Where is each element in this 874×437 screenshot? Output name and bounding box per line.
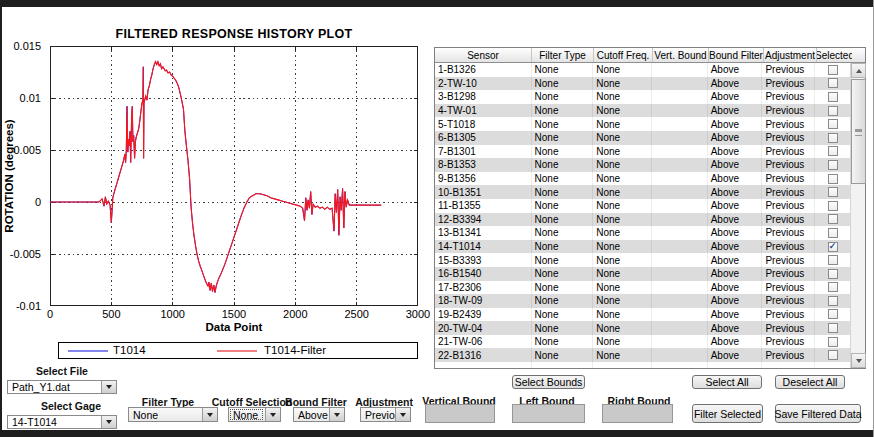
cell-sensor: 10-B1351 xyxy=(435,185,532,199)
cell-adjustment: Previous xyxy=(762,145,815,159)
column-header-vert-bound: Vert. Bound xyxy=(653,48,709,62)
filter-selected-button[interactable]: Filter Selected xyxy=(692,404,763,423)
selected-checkbox[interactable] xyxy=(828,228,838,238)
cell-adjustment: Previous xyxy=(762,172,815,186)
cell-adjustment: Previous xyxy=(762,226,815,240)
table-row: 12-B3394NoneNoneAbovePrevious xyxy=(435,213,850,227)
selected-checkbox[interactable] xyxy=(828,146,838,156)
selected-checkbox[interactable] xyxy=(828,323,838,333)
cell-adjustment: Previous xyxy=(762,213,815,227)
selected-checkbox[interactable] xyxy=(828,160,838,170)
cell-adjustment: Previous xyxy=(762,240,815,254)
selected-checkbox[interactable] xyxy=(828,242,838,252)
cell-sensor: 21-TW-06 xyxy=(435,335,532,349)
selected-checkbox[interactable] xyxy=(828,78,838,88)
select-file-label: Select File xyxy=(7,365,117,377)
selected-checkbox[interactable] xyxy=(828,350,838,360)
chevron-down-icon[interactable] xyxy=(101,381,116,393)
cell-vert-bound xyxy=(652,294,708,308)
cell-selected xyxy=(815,117,850,131)
select-bounds-button[interactable]: Select Bounds xyxy=(512,375,585,389)
cell-sensor: 11-B1355 xyxy=(435,199,532,213)
cell-empty xyxy=(652,362,708,368)
selected-checkbox[interactable] xyxy=(828,255,838,265)
select-gage-dropdown[interactable]: 14-T1014 xyxy=(7,415,117,429)
cutoff-selection-dropdown[interactable]: None xyxy=(228,407,281,422)
plot-xlabel: Data Point xyxy=(50,321,418,333)
table-row: 5-T1018NoneNoneAbovePrevious xyxy=(435,117,850,131)
cell-empty xyxy=(532,362,594,368)
cell-selected xyxy=(815,226,850,240)
selected-checkbox[interactable] xyxy=(828,187,838,197)
chevron-down-icon[interactable] xyxy=(395,408,410,421)
cell-sensor: 12-B3394 xyxy=(435,213,532,227)
selected-checkbox[interactable] xyxy=(828,269,838,279)
scrollbar-thumb[interactable] xyxy=(851,79,866,184)
cell-adjustment: Previous xyxy=(762,158,815,172)
selected-checkbox[interactable] xyxy=(828,119,838,129)
cell-filter-type: None xyxy=(532,131,594,145)
scroll-up-icon xyxy=(856,69,862,73)
cell-cutoff-freq: None xyxy=(593,90,652,104)
cell-sensor: 7-B1301 xyxy=(435,145,532,159)
select-all-button[interactable]: Select All xyxy=(692,375,762,389)
scroll-up-button[interactable] xyxy=(851,63,866,78)
save-filtered-data-button[interactable]: Save Filtered Data xyxy=(775,404,861,423)
selected-checkbox[interactable] xyxy=(828,214,838,224)
cell-vert-bound xyxy=(652,240,708,254)
chevron-down-icon[interactable] xyxy=(101,416,116,428)
selected-checkbox[interactable] xyxy=(828,106,838,116)
table-row: 20-TW-04NoneNoneAbovePrevious xyxy=(435,321,850,335)
chevron-down-icon[interactable] xyxy=(329,408,344,421)
cell-adjustment: Previous xyxy=(762,294,815,308)
column-header-filter-type: Filter Type xyxy=(532,48,594,62)
adjustment-dropdown[interactable]: Previous xyxy=(360,407,411,422)
table-row: 9-B1356NoneNoneAbovePrevious xyxy=(435,172,850,186)
selected-checkbox[interactable] xyxy=(828,296,838,306)
filter-type-dropdown[interactable]: None xyxy=(128,407,218,422)
window-frame-top xyxy=(0,0,874,7)
cell-empty xyxy=(708,362,763,368)
cell-empty xyxy=(435,362,532,368)
cell-selected xyxy=(815,104,850,118)
selected-checkbox[interactable] xyxy=(828,133,838,143)
chevron-down-icon[interactable] xyxy=(265,408,280,421)
vertical-bound-input[interactable] xyxy=(425,404,495,423)
bound-filter-dropdown[interactable]: Above xyxy=(293,407,345,422)
cell-filter-type: None xyxy=(532,104,594,118)
table-row: 2-TW-10NoneNoneAbovePrevious xyxy=(435,77,850,91)
cell-selected xyxy=(815,158,850,172)
selected-checkbox[interactable] xyxy=(828,92,838,102)
table-scrollbar[interactable] xyxy=(850,63,865,368)
cell-filter-type: None xyxy=(532,63,594,77)
cell-sensor: 4-TW-01 xyxy=(435,104,532,118)
cell-cutoff-freq: None xyxy=(593,158,652,172)
selected-checkbox[interactable] xyxy=(828,337,838,347)
cell-selected xyxy=(815,348,850,362)
table-row: 15-B3393NoneNoneAbovePrevious xyxy=(435,253,850,267)
chevron-down-icon[interactable] xyxy=(202,408,217,421)
scroll-down-button[interactable] xyxy=(851,353,866,368)
deselect-all-button[interactable]: Deselect All xyxy=(775,375,845,389)
selected-checkbox[interactable] xyxy=(828,201,838,211)
selected-checkbox[interactable] xyxy=(828,282,838,292)
cell-vert-bound xyxy=(652,348,708,362)
right-bound-input[interactable] xyxy=(602,404,673,423)
cell-bound-filter: Above xyxy=(708,294,763,308)
cell-cutoff-freq: None xyxy=(593,185,652,199)
selected-checkbox[interactable] xyxy=(828,309,838,319)
table-row: 3-B1298NoneNoneAbovePrevious xyxy=(435,90,850,104)
cell-selected xyxy=(815,185,850,199)
select-file-dropdown[interactable]: Path_Y1.dat xyxy=(7,380,117,394)
selected-checkbox[interactable] xyxy=(828,174,838,184)
cell-sensor: 18-TW-09 xyxy=(435,294,532,308)
left-bound-input[interactable] xyxy=(512,404,585,423)
cell-bound-filter: Above xyxy=(708,321,763,335)
table-row: 7-B1301NoneNoneAbovePrevious xyxy=(435,145,850,159)
legend-line-t1014 xyxy=(68,350,108,352)
cell-sensor: 2-TW-10 xyxy=(435,77,532,91)
cell-bound-filter: Above xyxy=(708,104,763,118)
cell-empty xyxy=(593,362,652,368)
selected-checkbox[interactable] xyxy=(828,65,838,75)
cell-filter-type: None xyxy=(532,145,594,159)
